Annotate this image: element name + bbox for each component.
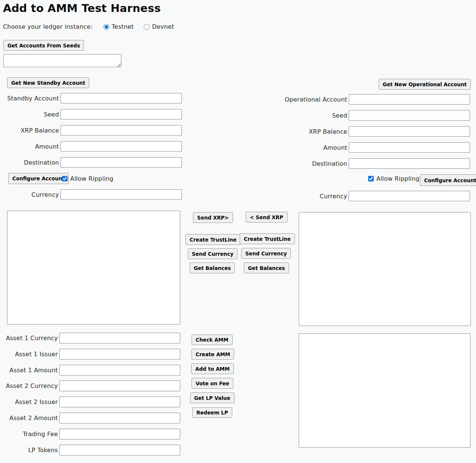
asset2-issuer-label: Asset 2 Issuer [0,398,59,405]
operational-create-trustline-button[interactable]: Create TrustLine [240,233,295,244]
check-amm-button[interactable]: Check AMM [192,335,233,345]
trading-fee-input[interactable] [59,429,180,439]
operational-destination-label: Destination [237,160,349,167]
asset1-currency-label: Asset 1 Currency [0,335,59,342]
asset2-issuer-input[interactable] [59,397,180,407]
get-lp-value-button[interactable]: Get LP Value [190,392,234,403]
create-amm-button[interactable]: Create AMM [192,349,234,360]
operational-destination-input[interactable] [349,158,470,169]
asset2-amount-input[interactable] [59,413,180,423]
operational-allow-rippling-label: Allow Rippling [376,175,420,182]
asset1-issuer-input[interactable] [59,349,180,360]
operational-currency-input[interactable] [349,191,470,201]
devnet-radio[interactable] [144,24,150,30]
standby-seed-label: Seed [0,111,60,118]
add-to-amm-button[interactable]: Add to AMM [191,363,234,374]
asset2-currency-label: Asset 2 Currency [0,382,59,389]
operational-send-currency-button[interactable]: Send Currency [241,248,291,259]
standby-allow-rippling-checkbox[interactable] [62,176,68,181]
asset1-issuer-label: Asset 1 Issuer [0,351,59,358]
testnet-radio[interactable] [103,24,109,30]
standby-account-label: Standby Account [0,95,60,102]
standby-configure-account-button[interactable]: Configure Account [8,173,69,184]
standby-get-balances-button[interactable]: Get Balances [190,262,235,273]
testnet-label: Testnet [112,23,134,30]
operational-send-xrp-button[interactable]: < Send XRP [246,212,287,223]
operational-xrp-balance-input[interactable] [349,126,470,137]
amm-results-textarea[interactable] [299,333,470,448]
standby-destination-label: Destination [0,159,60,166]
lp-tokens-label: LP Tokens [0,447,59,454]
asset1-currency-input[interactable] [59,333,180,344]
ledger-instance-row: Choose your ledger instance: Testnet Dev… [3,23,174,30]
asset1-amount-input[interactable] [59,365,180,376]
operational-account-input[interactable] [349,94,470,105]
asset2-currency-input[interactable] [59,380,180,391]
standby-seed-input[interactable] [60,109,182,119]
operational-amount-input[interactable] [349,142,470,153]
standby-currency-input[interactable] [60,189,182,200]
standby-results-textarea[interactable] [7,211,180,324]
redeem-lp-button[interactable]: Redeem LP [192,407,232,418]
standby-amount-label: Amount [0,143,60,150]
operational-results-textarea[interactable] [299,212,471,326]
standby-amount-input[interactable] [60,141,182,152]
devnet-label: Devnet [152,23,174,30]
standby-xrp-balance-input[interactable] [60,125,182,136]
operational-seed-input[interactable] [349,110,470,121]
operational-allow-rippling-checkbox[interactable] [368,176,374,181]
operational-seed-label: Seed [237,112,349,119]
operational-currency-label: Currency [237,193,349,200]
ledger-instance-label: Choose your ledger instance: [3,23,93,30]
operational-amount-label: Amount [237,144,349,151]
amm-test-harness-page: Add to AMM Test Harness Choose your ledg… [0,0,476,463]
operational-account-label: Operational Account [237,96,349,103]
standby-send-currency-button[interactable]: Send Currency [188,248,237,259]
standby-currency-label: Currency [0,191,60,198]
asset1-amount-label: Asset 1 Amount [0,367,59,374]
vote-on-fee-button[interactable]: Vote on Fee [192,378,233,389]
standby-destination-input[interactable] [60,157,182,168]
standby-create-trustline-button[interactable]: Create TrustLine [186,234,241,245]
operational-xrp-balance-label: XRP Balance [237,128,349,135]
seeds-textarea[interactable] [3,54,121,67]
asset2-amount-label: Asset 2 Amount [0,414,59,422]
operational-configure-account-button[interactable]: Configure Account [420,174,476,186]
trading-fee-label: Trading Fee [0,431,59,438]
standby-send-xrp-button[interactable]: Send XRP> [193,212,233,223]
standby-account-input[interactable] [60,93,182,103]
page-title: Add to AMM Test Harness [3,2,161,15]
get-new-standby-account-button[interactable]: Get New Standby Account [7,77,89,88]
operational-get-balances-button[interactable]: Get Balances [244,262,289,273]
lp-tokens-input[interactable] [59,445,180,456]
standby-xrp-balance-label: XRP Balance [0,127,60,134]
get-accounts-from-seeds-button[interactable]: Get Accounts From Seeds [3,40,84,51]
get-new-operational-account-button[interactable]: Get New Operational Account [379,79,471,90]
standby-allow-rippling-label: Allow Rippling [70,175,113,182]
